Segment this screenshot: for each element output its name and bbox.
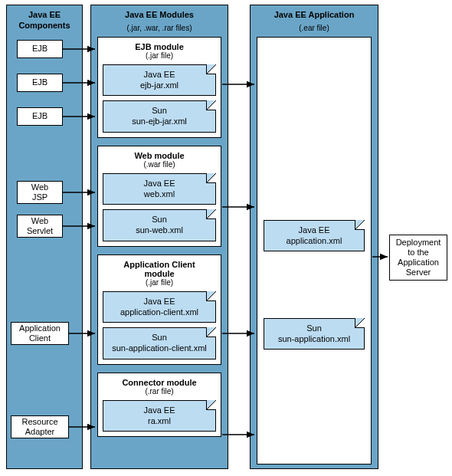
module-app-client-sub: (.jar file) bbox=[103, 278, 216, 287]
dd-application-sun: Sun sun-application.xml bbox=[264, 318, 365, 350]
column-modules-sub: (.jar, .war, .rar files) bbox=[97, 24, 221, 32]
dd-web-javaee: Java EE web.xml bbox=[103, 173, 216, 205]
deployment-box: Deployment to the Application Server bbox=[389, 235, 447, 281]
dd-application-javaee: Java EE application.xml bbox=[264, 220, 365, 252]
component-web-servlet: Web Servlet bbox=[17, 215, 63, 238]
dd-file-name: ejb-jar.xml bbox=[106, 80, 212, 91]
dd-appclient-sun: Sun sun-application-client.xml bbox=[103, 327, 216, 359]
module-connector: Connector module (.rar file) Java EE ra.… bbox=[97, 373, 221, 438]
dd-label: Java EE bbox=[106, 179, 212, 189]
dd-label: Sun bbox=[267, 323, 361, 334]
dd-label: Sun bbox=[106, 106, 212, 117]
dd-web-sun: Sun sun-web.xml bbox=[103, 209, 216, 241]
dd-label: Sun bbox=[106, 215, 212, 225]
dd-file-name: application.xml bbox=[267, 236, 361, 247]
dd-label: Java EE bbox=[106, 405, 212, 416]
dd-file-name: sun-application-client.xml bbox=[106, 343, 212, 354]
column-components-title: Java EE Components bbox=[13, 10, 76, 34]
component-ejb-2: EJB bbox=[17, 74, 63, 92]
module-app-client: Application Client module (.jar file) Ja… bbox=[97, 254, 221, 365]
application-ear-box: Java EE application.xml Sun sun-applicat… bbox=[257, 37, 372, 465]
dd-ejb-javaee: Java EE ejb-jar.xml bbox=[103, 64, 216, 97]
module-web-sub: (.war file) bbox=[103, 160, 216, 169]
dd-file-name: web.xml bbox=[106, 189, 212, 200]
component-resource-adapter: Resource Adapter bbox=[11, 415, 69, 438]
dd-label: Java EE bbox=[267, 225, 361, 236]
module-web-title: Web module bbox=[103, 151, 216, 160]
dd-file-name: sun-web.xml bbox=[106, 225, 212, 236]
dd-connector-javaee: Java EE ra.xml bbox=[103, 400, 216, 432]
module-web: Web module (.war file) Java EE web.xml S… bbox=[97, 146, 221, 247]
component-web-jsp: Web JSP bbox=[17, 181, 63, 204]
dd-label: Java EE bbox=[106, 297, 212, 307]
dd-appclient-javaee: Java EE application-client.xml bbox=[103, 291, 216, 323]
column-modules-title: Java EE Modules bbox=[97, 10, 221, 24]
module-ejb: EJB module (.jar file) Java EE ejb-jar.x… bbox=[97, 37, 221, 138]
dd-file-name: sun-application.xml bbox=[267, 334, 361, 345]
module-connector-sub: (.rar file) bbox=[103, 387, 216, 396]
dd-label: Java EE bbox=[106, 70, 212, 80]
component-ejb-3: EJB bbox=[17, 107, 63, 126]
column-application-sub: (.ear file) bbox=[257, 24, 372, 32]
dd-ejb-sun: Sun sun-ejb-jar.xml bbox=[103, 100, 216, 133]
column-application-title: Java EE Application bbox=[257, 10, 372, 24]
dd-file-name: application-client.xml bbox=[106, 307, 212, 318]
dd-label: Sun bbox=[106, 333, 212, 343]
module-app-client-title: Application Client module bbox=[103, 260, 216, 278]
column-modules: Java EE Modules (.jar, .war, .rar files)… bbox=[90, 5, 228, 469]
module-ejb-sub: (.jar file) bbox=[103, 51, 216, 60]
column-application: Java EE Application (.ear file) Java EE … bbox=[250, 5, 378, 469]
module-connector-title: Connector module bbox=[103, 378, 216, 387]
dd-file-name: ra.xml bbox=[106, 416, 212, 427]
module-ejb-title: EJB module bbox=[103, 42, 216, 51]
component-application-client: Application Client bbox=[11, 322, 69, 345]
dd-file-name: sun-ejb-jar.xml bbox=[106, 117, 212, 127]
component-ejb-1: EJB bbox=[17, 40, 63, 58]
